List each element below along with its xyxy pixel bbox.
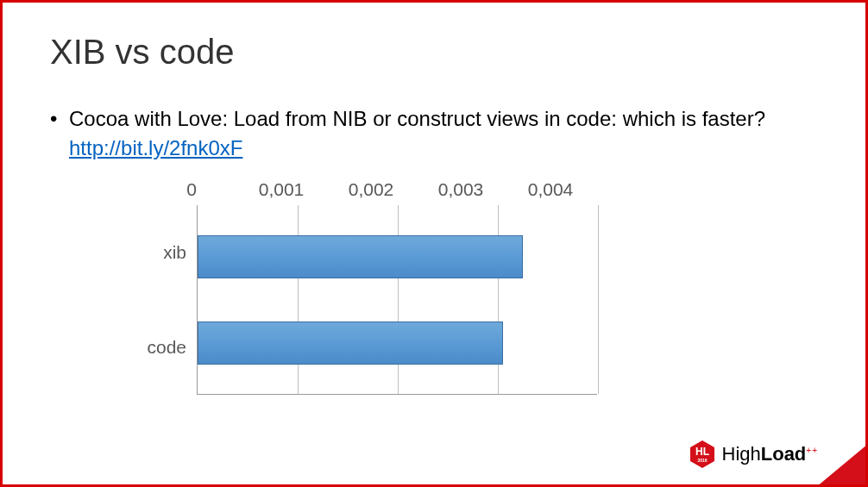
- grid-line: [298, 205, 299, 394]
- tick-4: 0,004: [506, 179, 595, 200]
- cat-label-xib: xib: [145, 242, 186, 263]
- slide-title: XIB vs code: [50, 33, 818, 72]
- badge-year: 2016: [697, 458, 707, 463]
- bullet-item: Cocoa with Love: Load from NIB or constr…: [50, 104, 818, 162]
- footer-logo: HL 2016 HighLoad++: [688, 440, 819, 469]
- bar-xib: [198, 235, 523, 278]
- grid-line: [598, 205, 599, 394]
- plot-area: xib code: [145, 205, 645, 395]
- grid-line: [498, 205, 499, 394]
- bar-code-fill: [198, 322, 503, 365]
- grid-line: [398, 205, 399, 394]
- bar-xib-fill: [198, 235, 523, 278]
- tick-0: 0: [147, 179, 236, 200]
- bar-code: [198, 322, 503, 365]
- corner-decoration: [816, 444, 868, 487]
- tick-1: 0,001: [236, 179, 326, 200]
- bars-region: [197, 205, 597, 395]
- brand-bold: Load: [761, 443, 807, 465]
- hl-badge-icon: HL 2016: [688, 440, 717, 469]
- brand-text: HighLoad++: [722, 443, 819, 465]
- slide: XIB vs code Cocoa with Love: Load from N…: [3, 3, 865, 484]
- badge-hl: HL: [695, 446, 709, 458]
- x-tick-labels: 0 0,001 0,002 0,003 0,004: [197, 179, 645, 200]
- brand-pre: High: [722, 443, 761, 465]
- category-labels: xib code: [145, 205, 197, 395]
- tick-3: 0,003: [416, 179, 506, 200]
- tick-2: 0,002: [326, 179, 416, 200]
- chart: 0 0,001 0,002 0,003 0,004 xib code: [145, 179, 645, 395]
- source-link[interactable]: http://bit.ly/2fnk0xF: [69, 136, 242, 159]
- bullet-text: Cocoa with Love: Load from NIB or constr…: [69, 107, 765, 130]
- cat-label-code: code: [145, 337, 186, 358]
